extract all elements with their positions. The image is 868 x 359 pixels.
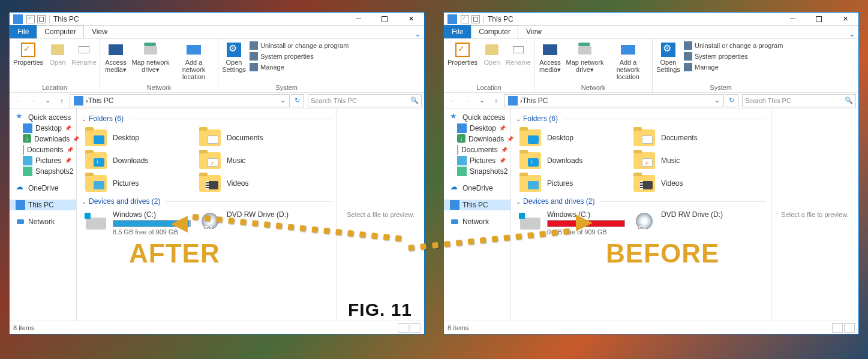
up-button[interactable]: ↑ <box>489 94 503 107</box>
tab-view[interactable]: View <box>84 25 115 38</box>
tab-file[interactable]: File <box>10 25 37 38</box>
search-input[interactable]: Search This PC 🔍 <box>308 94 422 107</box>
add-network-location-button[interactable]: Add a network location <box>608 40 648 80</box>
titlebar: This PC <box>10 13 424 26</box>
system-properties-button[interactable]: System properties <box>684 52 783 61</box>
tile-downloads[interactable]: Downloads <box>516 149 630 172</box>
system-properties-button[interactable]: System properties <box>250 52 349 61</box>
details-view-button[interactable] <box>398 323 409 333</box>
nav-network[interactable]: Network <box>10 216 76 227</box>
nav-documents[interactable]: Documents📌 <box>10 144 76 155</box>
search-input[interactable]: Search This PC 🔍 <box>742 94 856 107</box>
tile-downloads[interactable]: Downloads <box>82 149 196 172</box>
nav-snapshots[interactable]: Snapshots2 <box>444 166 510 177</box>
open-settings-button[interactable]: Open Settings <box>656 40 680 73</box>
tile-videos[interactable]: Videos <box>630 172 744 195</box>
open-settings-button[interactable]: Open Settings <box>222 40 246 73</box>
nav-this-pc[interactable]: This PC <box>10 200 76 210</box>
nav-pictures[interactable]: Pictures📌 <box>444 155 510 166</box>
nav-this-pc[interactable]: This PC <box>444 200 510 210</box>
tab-computer[interactable]: Computer <box>471 25 518 38</box>
tab-file[interactable]: File <box>444 25 471 38</box>
tile-documents[interactable]: Documents <box>630 126 744 149</box>
tile-documents[interactable]: Documents <box>196 126 310 149</box>
manage-button[interactable]: Manage <box>250 63 349 71</box>
properties-button[interactable]: Properties <box>447 40 477 66</box>
ribbon-help-icon[interactable]: ⌄ <box>411 29 424 38</box>
minimize-button[interactable] <box>345 13 371 26</box>
address-dropdown-icon[interactable]: ⌄ <box>712 96 722 104</box>
tile-videos[interactable]: Videos <box>196 172 310 195</box>
tab-computer[interactable]: Computer <box>37 25 84 38</box>
nav-pictures[interactable]: Pictures📌 <box>10 155 76 166</box>
nav-snapshots[interactable]: Snapshots2 <box>10 166 76 177</box>
ribbon-help-icon[interactable]: ⌄ <box>845 29 858 38</box>
tile-desktop[interactable]: Desktop <box>82 126 196 149</box>
tile-pictures[interactable]: Pictures <box>82 172 196 195</box>
nav-downloads[interactable]: Downloads📌 <box>10 134 76 144</box>
pc-icon <box>74 96 83 105</box>
qat-new-icon[interactable] <box>37 15 46 23</box>
rename-button[interactable]: Rename <box>506 40 530 66</box>
address-bar[interactable]: › This PC ⌄ <box>70 94 290 107</box>
rename-button[interactable]: Rename <box>72 40 96 66</box>
section-folders[interactable]: Folders (6) <box>516 114 766 123</box>
refresh-button[interactable]: ↻ <box>725 94 738 107</box>
manage-button[interactable]: Manage <box>684 63 783 71</box>
nav-quick-access[interactable]: Quick access <box>444 112 510 123</box>
open-button[interactable]: Open <box>46 40 70 66</box>
drive-d[interactable]: DVD RW Drive (D:) <box>630 209 744 237</box>
details-view-button[interactable] <box>832 323 843 333</box>
map-drive-button[interactable]: Map network drive▾ <box>130 40 171 73</box>
nav-onedrive[interactable]: OneDrive <box>10 183 76 194</box>
tile-music[interactable]: Music <box>196 149 310 172</box>
tiles-view-button[interactable] <box>844 323 855 333</box>
nav-network[interactable]: Network <box>444 216 510 227</box>
maximize-button[interactable] <box>806 13 832 26</box>
access-media-button[interactable]: Access media▾ <box>104 40 128 73</box>
uninstall-button[interactable]: Uninstall or change a program <box>684 41 783 50</box>
content-area: Folders (6) Desktop Documents Downloads … <box>511 108 771 321</box>
qat-prop-icon[interactable] <box>461 15 469 23</box>
forward-button[interactable]: → <box>26 94 40 107</box>
properties-button[interactable]: Properties <box>13 40 43 66</box>
qat-new-icon[interactable] <box>471 15 480 23</box>
open-button[interactable]: Open <box>480 40 504 66</box>
nav-desktop[interactable]: Desktop📌 <box>10 123 76 134</box>
refresh-button[interactable]: ↻ <box>291 94 304 107</box>
maximize-button[interactable] <box>371 13 398 26</box>
close-button[interactable] <box>398 13 424 26</box>
nav-desktop[interactable]: Desktop📌 <box>444 123 510 134</box>
back-button[interactable]: ← <box>12 94 25 107</box>
forward-button[interactable]: → <box>461 94 474 107</box>
section-drives[interactable]: Devices and drives (2) <box>516 197 766 206</box>
nav-downloads[interactable]: Downloads📌 <box>444 134 510 144</box>
tiles-view-button[interactable] <box>410 323 421 333</box>
tile-music[interactable]: Music <box>630 149 744 172</box>
section-drives[interactable]: Devices and drives (2) <box>82 197 332 206</box>
map-drive-button[interactable]: Map network drive▾ <box>564 40 605 73</box>
recent-button[interactable]: ⌄ <box>475 94 488 107</box>
address-text: This PC <box>88 96 114 105</box>
nav-onedrive[interactable]: OneDrive <box>444 183 510 194</box>
address-bar[interactable]: › This PC ⌄ <box>504 94 724 107</box>
up-button[interactable]: ↑ <box>55 94 68 107</box>
arrow-right-icon <box>576 215 593 231</box>
address-dropdown-icon[interactable]: ⌄ <box>278 96 288 104</box>
tile-pictures[interactable]: Pictures <box>516 172 630 195</box>
tile-desktop[interactable]: Desktop <box>516 126 630 149</box>
close-button[interactable] <box>832 13 858 26</box>
pin-icon: 📌 <box>499 125 508 131</box>
access-media-button[interactable]: Access media▾ <box>538 40 562 73</box>
nav-documents[interactable]: Documents📌 <box>444 144 510 155</box>
recent-button[interactable]: ⌄ <box>41 94 54 107</box>
nav-quick-access[interactable]: Quick access <box>10 112 76 123</box>
uninstall-button[interactable]: Uninstall or change a program <box>250 41 349 50</box>
add-network-location-button[interactable]: Add a network location <box>173 40 214 80</box>
minimize-button[interactable] <box>779 13 806 26</box>
section-folders[interactable]: Folders (6) <box>82 114 332 123</box>
search-icon: 🔍 <box>410 96 419 104</box>
back-button[interactable]: ← <box>446 94 459 107</box>
tab-view[interactable]: View <box>518 25 549 38</box>
qat-prop-icon[interactable] <box>26 15 35 23</box>
